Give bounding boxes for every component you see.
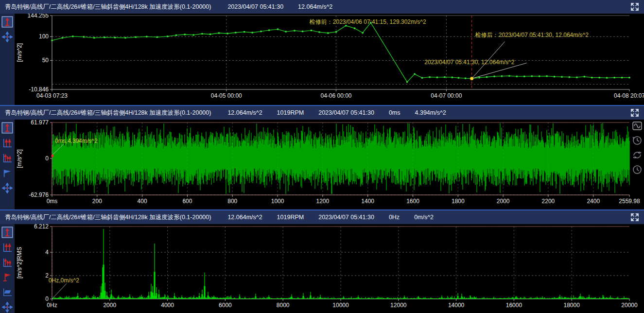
svg-text:[m/s^2]: [m/s^2] xyxy=(16,43,23,62)
svg-text:1000: 1000 xyxy=(271,198,284,205)
svg-text:6000: 6000 xyxy=(219,302,232,309)
waveform-plot: 61.9770-62.976[m/s^2]0ms2004006008001000… xyxy=(15,120,644,209)
harmonic-cursor-button[interactable] xyxy=(1,137,13,149)
spectrum-cursor-value: 0m/s^2 xyxy=(414,214,434,221)
svg-text:04-03 07:23: 04-03 07:23 xyxy=(36,92,68,99)
svg-text:100: 100 xyxy=(39,33,49,40)
waveform-overlay-buttons xyxy=(632,121,643,175)
flag-marker-button[interactable] xyxy=(1,272,13,283)
svg-text:10000: 10000 xyxy=(332,302,349,309)
sync-rotate-icon[interactable] xyxy=(632,150,643,160)
svg-text:4: 4 xyxy=(45,249,49,256)
svg-text:1600: 1600 xyxy=(406,198,419,205)
waveform-cursor-x: 0ms xyxy=(389,109,400,116)
annotation-before-repair: 检修前：2023/04/06 07:41:15, 129.302m/s^2 xyxy=(310,18,426,26)
svg-text:2559.98: 2559.98 xyxy=(619,198,640,205)
expand-icon[interactable] xyxy=(630,213,639,222)
svg-text:0ms: 0ms xyxy=(47,198,58,205)
trend-header: 青岛特钢/高线厂/二高线/26#锥箱/三轴斜齿侧4H/128k 加速度波形(0.… xyxy=(0,0,644,14)
trend-value: 12.064m/s^2 xyxy=(298,3,332,10)
trend-title: 青岛特钢/高线厂/二高线/26#锥箱/三轴斜齿侧4H/128k 加速度波形(0.… xyxy=(5,3,211,11)
waveform-thumbnail-icon[interactable] xyxy=(632,121,643,131)
harmonic-cursor-button[interactable] xyxy=(1,242,13,253)
annotation-cursor-value: 2023/04/07 05:41:30, 12.064m/s^2 xyxy=(424,59,514,66)
svg-text:8000: 8000 xyxy=(277,302,290,309)
waveform-header: 青岛特钢/高线厂/二高线/26#锥箱/三轴斜齿侧4H/128k 加速度波形(0.… xyxy=(0,106,644,120)
spectrum-cursor-x: 0Hz xyxy=(389,214,400,221)
svg-text:2400: 2400 xyxy=(587,198,600,205)
waveform-overall: 12.064m/s^2 xyxy=(227,109,262,116)
svg-text:200: 200 xyxy=(92,198,102,205)
annotation-waveform-cursor: 0ms,4.394m/s^2 xyxy=(55,138,98,144)
spectrum-toolbar xyxy=(0,224,15,313)
annotation-spectrum-cursor: 0Hz,0m/s^2 xyxy=(49,277,79,284)
svg-text:[m/s^2]RMS: [m/s^2]RMS xyxy=(16,247,23,278)
svg-text:1200: 1200 xyxy=(316,198,330,205)
svg-text:1400: 1400 xyxy=(361,198,374,205)
trend-toolbar xyxy=(0,14,15,105)
svg-text:6.212: 6.212 xyxy=(34,224,49,230)
band-tool-button[interactable] xyxy=(1,286,13,298)
trend-datetime: 2023/04/07 05:41:30 xyxy=(227,3,283,10)
svg-text:50: 50 xyxy=(42,57,49,64)
spectrum-header: 青岛特钢/高线厂/二高线/26#锥箱/三轴斜齿侧4H/128k 加速度波形(0.… xyxy=(0,210,644,224)
waveform-cursor-value: 4.394m/s^2 xyxy=(415,109,446,116)
svg-text:2000: 2000 xyxy=(497,198,510,205)
clock-icon[interactable] xyxy=(632,164,643,175)
svg-text:14000: 14000 xyxy=(448,302,465,309)
pan-tool-button[interactable] xyxy=(1,301,13,313)
svg-text:600: 600 xyxy=(182,198,192,205)
spectrum-plot: 6.212420[m/s^2]RMS0Hz2000400060008000100… xyxy=(15,224,644,313)
svg-text:20000: 20000 xyxy=(621,302,638,309)
marker-flag-button[interactable] xyxy=(1,167,13,179)
trend-chart-area[interactable]: 144.25510050-10.846[m/s^2]04-03 07:2304-… xyxy=(15,14,644,105)
svg-text:0: 0 xyxy=(45,155,49,162)
spectrum-panel: 青岛特钢/高线厂/二高线/26#锥箱/三轴斜齿侧4H/128k 加速度波形(0.… xyxy=(0,210,644,313)
cursor-tool-button[interactable] xyxy=(1,122,13,134)
svg-text:400: 400 xyxy=(138,198,147,205)
trend-panel: 青岛特钢/高线厂/二高线/26#锥箱/三轴斜齿侧4H/128k 加速度波形(0.… xyxy=(0,0,644,106)
spectrum-datetime: 2023/04/07 05:41:30 xyxy=(318,214,374,221)
waveform-title: 青岛特钢/高线厂/二高线/26#锥箱/三轴斜齿侧4H/128k 加速度波形(0.… xyxy=(5,109,211,117)
trend-plot: 144.25510050-10.846[m/s^2]04-03 07:2304-… xyxy=(15,14,644,105)
svg-text:04-08 20:07: 04-08 20:07 xyxy=(614,92,644,99)
svg-text:2000: 2000 xyxy=(103,302,116,309)
waveform-chart-area[interactable]: 61.9770-62.976[m/s^2]0ms2004006008001000… xyxy=(15,120,644,209)
svg-text:04-06 00:00: 04-06 00:00 xyxy=(320,92,351,99)
spectrum-overall: 12.064m/s^2 xyxy=(227,214,262,221)
waveform-toolbar xyxy=(0,120,15,209)
waveform-panel: 青岛特钢/高线厂/二高线/26#锥箱/三轴斜齿侧4H/128k 加速度波形(0.… xyxy=(0,106,644,210)
svg-text:61.977: 61.977 xyxy=(31,120,49,126)
sideband-cursor-button[interactable] xyxy=(1,152,13,164)
history-clock-icon[interactable] xyxy=(632,135,643,146)
spectrum-title: 青岛特钢/高线厂/二高线/26#锥箱/三轴斜齿侧4H/128k 加速度波形(0.… xyxy=(5,213,211,222)
expand-icon[interactable] xyxy=(630,108,639,117)
svg-text:1800: 1800 xyxy=(452,198,465,205)
svg-text:[m/s^2]: [m/s^2] xyxy=(16,149,23,168)
cursor-tool-button[interactable] xyxy=(1,226,13,238)
spectrum-rpm: 1019RPM xyxy=(277,214,304,221)
svg-text:-62.976: -62.976 xyxy=(29,191,49,198)
svg-text:2200: 2200 xyxy=(542,198,555,205)
svg-text:800: 800 xyxy=(227,198,237,205)
spectrum-chart-area[interactable]: 6.212420[m/s^2]RMS0Hz2000400060008000100… xyxy=(15,224,644,313)
svg-text:18000: 18000 xyxy=(564,302,580,309)
svg-text:0: 0 xyxy=(45,296,49,302)
pan-tool-button[interactable] xyxy=(1,182,13,194)
expand-icon[interactable] xyxy=(630,2,639,11)
svg-text:12000: 12000 xyxy=(390,302,407,309)
pan-tool-button[interactable] xyxy=(1,31,13,43)
waveform-datetime: 2023/04/07 05:41:30 xyxy=(318,109,374,116)
svg-text:4000: 4000 xyxy=(161,302,174,309)
cursor-tool-button[interactable] xyxy=(1,16,13,28)
svg-text:144.255: 144.255 xyxy=(28,14,49,19)
sideband-cursor-button[interactable] xyxy=(1,257,13,268)
svg-text:16000: 16000 xyxy=(506,302,522,309)
svg-text:04-05 00:00: 04-05 00:00 xyxy=(211,92,242,99)
svg-text:0Hz: 0Hz xyxy=(47,302,57,309)
svg-text:-10.846: -10.846 xyxy=(29,86,49,93)
svg-text:04-07 00:00: 04-07 00:00 xyxy=(431,92,462,99)
annotation-after-repair: 检修后：2023/04/07 05:41:30, 12.064m/s^2 xyxy=(475,31,589,39)
waveform-rpm: 1019RPM xyxy=(277,109,304,116)
